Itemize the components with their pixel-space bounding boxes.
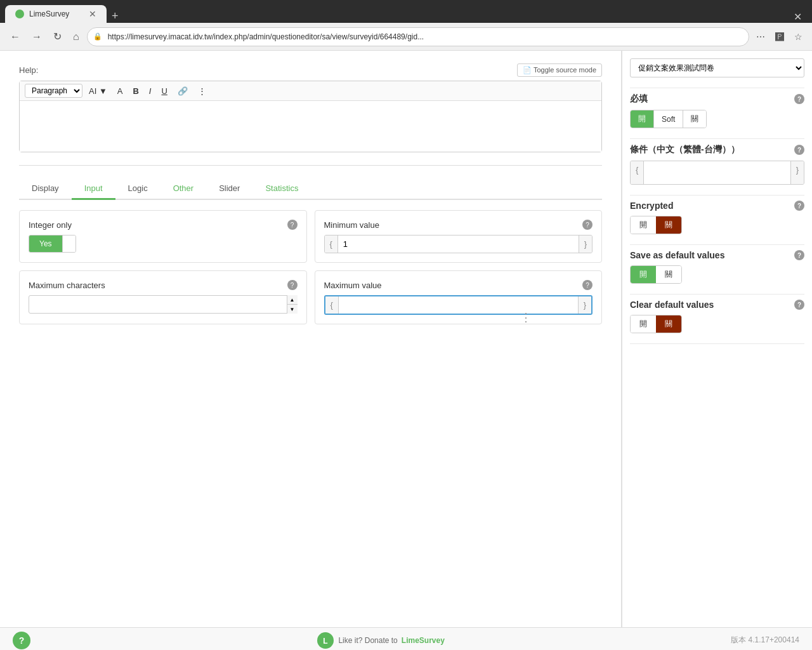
clear-default-toggle: 開 關	[630, 315, 682, 333]
mandatory-help[interactable]: ?	[794, 94, 804, 104]
encrypted-help[interactable]: ?	[794, 201, 804, 211]
editor-body[interactable]	[20, 101, 601, 152]
tab-slider-label: Slider	[219, 183, 240, 193]
clear-default-on-button[interactable]: 開	[631, 315, 656, 333]
condition-brace-left: {	[631, 161, 644, 184]
condition-textarea[interactable]	[644, 161, 790, 184]
refresh-button[interactable]: ↻	[49, 28, 65, 45]
mandatory-soft-button[interactable]: Soft	[653, 110, 683, 128]
encrypted-label: Encrypted	[630, 201, 673, 211]
clear-default-title: Clear default values ?	[630, 300, 804, 310]
tab-input[interactable]: Input	[72, 178, 115, 200]
save-default-toggle: 開 關	[630, 265, 682, 284]
mandatory-off-button[interactable]: 關	[683, 110, 706, 128]
bookmark-button[interactable]: ☆	[791, 30, 806, 44]
extensions-button[interactable]: ⋯	[753, 30, 768, 44]
toggle-source-button[interactable]: 📄 Toggle source mode	[517, 63, 602, 77]
max-value-help[interactable]: ?	[582, 280, 593, 290]
max-chars-help[interactable]: ?	[287, 280, 298, 290]
font-size-button[interactable]: AI ▼	[85, 84, 111, 98]
clear-default-help[interactable]: ?	[794, 300, 804, 310]
limesurvey-logo: L	[317, 632, 334, 649]
clear-default-off-button[interactable]: 關	[656, 315, 681, 333]
right-divider-3	[630, 195, 804, 196]
min-value-input[interactable]	[338, 235, 579, 253]
max-value-input[interactable]	[339, 296, 578, 314]
more-button[interactable]: ⋮	[194, 84, 210, 98]
mandatory-section: 必填 ? 開 Soft 關	[630, 93, 804, 128]
encrypted-title: Encrypted ?	[630, 201, 804, 211]
clear-default-label: Clear default values	[630, 300, 714, 310]
toggle-source-label: Toggle source mode	[534, 66, 596, 74]
save-default-on-button[interactable]: 開	[631, 266, 656, 283]
integer-only-toggle: Yes	[29, 235, 76, 253]
tab-logic[interactable]: Logic	[115, 178, 160, 200]
close-window-button[interactable]: ✕	[794, 11, 807, 23]
footer: ? L Like it? Donate to LimeSurvey 版本 4.1…	[0, 627, 812, 650]
nav-actions: ⋯ 🅿 ☆	[753, 30, 806, 44]
pocket-button[interactable]: 🅿	[772, 30, 787, 44]
font-size-dropdown-icon: ▼	[99, 86, 107, 96]
condition-help[interactable]: ?	[794, 145, 804, 155]
stepper-down-button[interactable]: ▼	[287, 305, 298, 314]
save-default-help[interactable]: ?	[794, 250, 804, 260]
bold-button[interactable]: B	[129, 84, 142, 98]
integer-only-help[interactable]: ?	[287, 220, 298, 230]
italic-button[interactable]: I	[145, 84, 155, 98]
min-value-card: Minimum value ? { }	[315, 210, 603, 263]
link-button[interactable]: 🔗	[174, 84, 192, 98]
tab-other[interactable]: Other	[160, 178, 207, 200]
max-chars-card: Maximum characters ? ▲ ▼	[19, 270, 307, 324]
mandatory-on-button[interactable]: 開	[631, 110, 653, 128]
left-panel: Help: 📄 Toggle source mode Paragraph AI …	[0, 51, 622, 627]
save-default-label: Save as default values	[630, 250, 724, 260]
stepper-arrows: ▲ ▼	[287, 295, 298, 314]
min-value-help[interactable]: ?	[582, 220, 593, 230]
back-button[interactable]: ←	[6, 29, 24, 45]
footer-version: 版本 4.1.17+200414	[731, 635, 799, 646]
integer-only-no-side[interactable]	[62, 235, 75, 252]
active-tab[interactable]: LimeSurvey ✕	[5, 5, 107, 23]
tab-display[interactable]: Display	[19, 178, 72, 200]
editor-toolbar: Paragraph AI ▼ A B I U 🔗 ⋮	[20, 81, 601, 101]
help-button[interactable]: ?	[13, 632, 30, 649]
max-chars-input[interactable]	[29, 295, 298, 314]
tab-statistics[interactable]: Statistics	[252, 178, 311, 200]
integer-only-yes[interactable]: Yes	[29, 235, 62, 252]
condition-section: 條件（中文（繁體-台灣）） ? { }	[630, 144, 804, 185]
tab-logic-label: Logic	[128, 183, 148, 193]
right-divider-4	[630, 244, 804, 245]
tab-close-button[interactable]: ✕	[89, 9, 96, 19]
drag-handle[interactable]: ⋮	[520, 310, 532, 324]
home-button[interactable]: ⌂	[69, 29, 83, 45]
help-label: Help:	[19, 65, 38, 75]
tab-slider[interactable]: Slider	[206, 178, 252, 200]
mandatory-toggle: 開 Soft 關	[630, 110, 707, 128]
survey-dropdown-section: 促銷文案效果測試問卷	[630, 58, 804, 77]
underline-button[interactable]: U	[157, 84, 171, 98]
section-divider	[19, 165, 602, 166]
save-default-off-button[interactable]: 關	[656, 266, 681, 283]
stepper-up-button[interactable]: ▲	[287, 295, 298, 305]
survey-dropdown[interactable]: 促銷文案效果測試問卷	[630, 58, 804, 77]
address-bar[interactable]	[87, 27, 749, 46]
encrypted-off-button[interactable]: 關	[656, 216, 681, 234]
address-container: 🔒	[87, 27, 749, 46]
paragraph-select[interactable]: Paragraph	[25, 84, 82, 98]
condition-brace-right: }	[790, 161, 804, 184]
min-value-label: Minimum value	[324, 220, 379, 230]
toggle-source-icon: 📄	[523, 66, 532, 74]
condition-input-container: { }	[630, 161, 804, 185]
new-tab-button[interactable]: +	[107, 10, 124, 23]
tab-label: LimeSurvey	[29, 10, 69, 18]
main-area: Help: 📄 Toggle source mode Paragraph AI …	[0, 51, 812, 627]
min-value-brace-right: }	[579, 235, 592, 253]
text-color-button[interactable]: A	[114, 84, 127, 98]
right-panel: 促銷文案效果測試問卷 必填 ? 開 Soft	[622, 51, 812, 627]
encrypted-on-button[interactable]: 開	[631, 216, 656, 234]
right-divider-6	[630, 343, 804, 344]
tabs-section: Display Input Logic Other Slider	[19, 178, 602, 324]
integer-only-card: Integer only ? Yes	[19, 210, 307, 263]
forward-button[interactable]: →	[28, 29, 46, 45]
integer-only-title: Integer only ?	[29, 220, 298, 230]
